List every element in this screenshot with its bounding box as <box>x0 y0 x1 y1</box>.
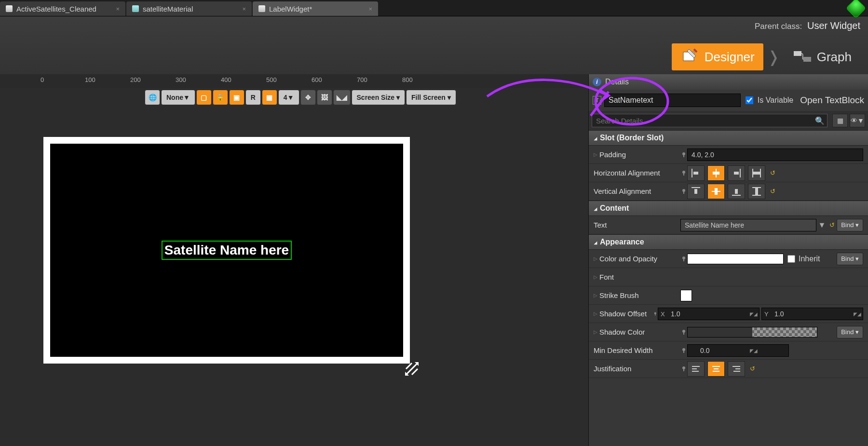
details-panel: i Details T Is Variable Open TextBlock 🔍… <box>588 74 868 446</box>
close-icon[interactable]: × <box>242 5 246 13</box>
bind-dropdown[interactable]: Bind ▾ <box>837 253 863 265</box>
grid-size-stepper[interactable]: 4 ▼ <box>278 90 299 105</box>
expand-icon[interactable]: ▷ <box>594 293 597 298</box>
visibility-filter-button[interactable]: 👁▼ <box>850 114 865 127</box>
drag-icon[interactable]: ◤◢ <box>854 311 861 316</box>
revert-icon[interactable]: ↺ <box>829 221 835 229</box>
halign-center-button[interactable] <box>707 165 725 181</box>
pin-icon[interactable] <box>680 329 687 336</box>
valign-center-button[interactable] <box>707 184 725 199</box>
is-variable-input[interactable] <box>746 96 753 104</box>
justify-left-button[interactable] <box>687 361 705 377</box>
pin-icon[interactable] <box>680 188 687 195</box>
screen-size-dropdown[interactable]: Screen Size ▾ <box>352 90 406 105</box>
resize-handle-icon[interactable] <box>404 361 420 377</box>
open-parent-class-link[interactable]: Open TextBlock <box>800 95 864 106</box>
svg-rect-47 <box>733 371 740 372</box>
pin-icon[interactable] <box>653 311 658 317</box>
details-scroll[interactable]: Slot (Border Slot) ▷Padding Horizontal A… <box>589 130 868 446</box>
expand-icon[interactable]: ▷ <box>594 274 597 280</box>
designer-viewport[interactable]: 0 100 200 300 400 500 600 700 800 🌐 None… <box>0 74 588 446</box>
tab-active-satellites[interactable]: ActiveSatellites_Cleaned × <box>0 1 125 16</box>
graph-mode-button[interactable]: Graph <box>784 43 860 70</box>
border-widget[interactable]: Satellite Name here <box>50 144 403 357</box>
respect-locks-toggle[interactable]: R <box>245 90 261 105</box>
justify-center-button[interactable] <box>707 361 725 377</box>
revert-icon[interactable]: ↺ <box>770 169 775 176</box>
property-matrix-button[interactable]: ▦ <box>832 114 848 127</box>
bind-dropdown[interactable]: Bind ▾ <box>837 219 863 231</box>
close-icon[interactable]: × <box>116 5 120 13</box>
designer-mode-button[interactable]: Designer <box>672 43 763 70</box>
svg-rect-27 <box>752 195 761 196</box>
expand-icon[interactable]: ▷ <box>594 329 597 335</box>
search-icon[interactable]: 🔍 <box>815 116 825 125</box>
close-icon[interactable]: × <box>368 5 372 13</box>
svg-rect-43 <box>714 368 719 369</box>
shadow-offset-x-input[interactable] <box>658 308 760 320</box>
is-variable-checkbox[interactable]: Is Variable <box>744 95 793 106</box>
widget-canvas[interactable]: Satellite Name here <box>43 137 410 364</box>
svg-rect-9 <box>692 169 692 177</box>
brush-swatch[interactable] <box>680 290 692 301</box>
localization-button[interactable]: 🌐 <box>145 90 160 105</box>
min-width-input[interactable] <box>687 344 789 357</box>
tab-satellite-material[interactable]: satelliteMaterial × <box>126 1 252 16</box>
shadow-offset-y-input[interactable] <box>761 308 863 320</box>
eye-icon: 👁▼ <box>851 117 864 124</box>
widget-name-input[interactable] <box>604 94 741 107</box>
revert-icon[interactable]: ↺ <box>770 188 775 195</box>
color-swatch[interactable] <box>687 254 784 264</box>
pin-icon[interactable] <box>680 151 687 158</box>
justify-right-button[interactable] <box>728 361 745 377</box>
padding-input[interactable] <box>687 149 863 161</box>
halign-left-button[interactable] <box>687 165 705 181</box>
row-vertical-alignment: Vertical Alignment ↺ <box>589 182 868 201</box>
resolution-tool[interactable]: ✥ <box>300 90 316 105</box>
flip-tool[interactable]: ◣◢ <box>333 90 351 105</box>
grid-snap-toggle[interactable]: ▦ <box>262 90 277 105</box>
category-content[interactable]: Content <box>589 201 868 216</box>
inherit-checkbox[interactable] <box>787 255 795 263</box>
outline-toggle[interactable]: ▢ <box>196 90 212 105</box>
drag-icon[interactable]: ◤◢ <box>750 311 758 316</box>
expand-icon[interactable]: ▷ <box>594 256 597 261</box>
tab-label-widget[interactable]: LabelWidget* × <box>253 1 378 16</box>
layout-toggle[interactable]: ▣ <box>229 90 244 105</box>
image-icon: 🖼 <box>321 94 328 101</box>
shadow-color-swatch[interactable] <box>687 327 817 338</box>
svg-rect-28 <box>755 188 758 195</box>
text-block-selected[interactable]: Satellite Name here <box>162 241 292 260</box>
svg-rect-41 <box>692 371 699 372</box>
pin-icon[interactable] <box>680 170 687 176</box>
expand-icon[interactable]: ▷ <box>594 152 597 157</box>
category-slot[interactable]: Slot (Border Slot) <box>589 130 868 146</box>
dropdown-icon[interactable]: ▼ <box>818 221 826 230</box>
row-shadow-color: ▷Shadow Color Bind ▾ <box>589 323 868 341</box>
fill-screen-dropdown[interactable]: Fill Screen ▾ <box>406 90 456 105</box>
row-font: ▷Font <box>589 268 868 286</box>
preview-mode-dropdown[interactable]: None ▼ <box>161 90 195 105</box>
pin-icon[interactable] <box>680 365 687 372</box>
valign-bottom-button[interactable] <box>728 184 745 199</box>
details-tab-header[interactable]: i Details <box>589 74 868 90</box>
revert-icon[interactable]: ↺ <box>750 365 755 372</box>
text-value-input[interactable] <box>680 219 816 231</box>
svg-rect-26 <box>752 187 761 188</box>
parent-class-link[interactable]: User Widget <box>807 20 860 31</box>
expand-icon[interactable]: ▷ <box>594 311 597 316</box>
lock-toggle[interactable]: 🔒 <box>213 90 228 105</box>
valign-fill-button[interactable] <box>748 184 765 199</box>
pin-icon[interactable] <box>680 256 687 262</box>
svg-rect-8 <box>683 173 684 176</box>
valign-top-button[interactable] <box>687 184 705 199</box>
pin-icon[interactable] <box>680 347 687 354</box>
category-appearance[interactable]: Appearance <box>589 234 868 250</box>
search-details-input[interactable] <box>592 114 827 127</box>
drag-icon[interactable]: ◤◢ <box>750 348 758 353</box>
halign-right-button[interactable] <box>728 165 745 181</box>
bind-dropdown[interactable]: Bind ▾ <box>837 326 863 338</box>
halign-fill-button[interactable] <box>748 165 765 181</box>
info-icon: i <box>593 78 601 86</box>
image-tool[interactable]: 🖼 <box>317 90 332 105</box>
